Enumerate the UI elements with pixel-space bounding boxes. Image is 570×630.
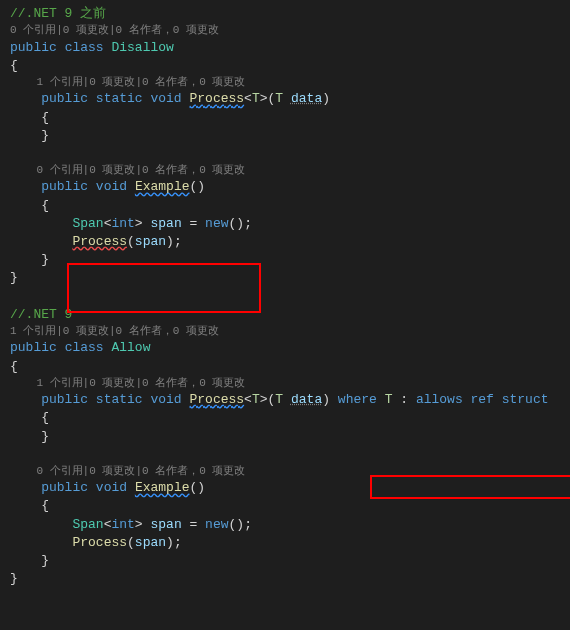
keyword-static: static [96,91,143,106]
class-name: Allow [111,340,150,355]
code-editor: //.NET 9 之前 0 个引用|0 项更改|0 名作者，0 项更改 publ… [10,5,560,588]
keyword-allows: allows [416,392,463,407]
codelens-line[interactable]: 0 个引用|0 项更改|0 名作者，0 项更改 [10,23,560,38]
codelens-line[interactable]: 1 个引用|0 项更改|0 名作者，0 项更改 [10,324,560,339]
codelens-line[interactable]: 0 个引用|0 项更改|0 名作者，0 项更改 [36,164,245,176]
comment-line: //.NET 9 [10,307,72,322]
keyword-struct: struct [502,392,549,407]
keyword-where: where [338,392,377,407]
type-span: Span [72,216,103,231]
codelens-line[interactable]: 0 个引用|0 项更改|0 名作者，0 项更改 [36,465,245,477]
comment-line: //.NET 9 之前 [10,6,106,21]
method-call: Process [72,234,127,249]
keyword-public: public [41,91,88,106]
codelens-line[interactable]: 1 个引用|0 项更改|0 名作者，0 项更改 [36,76,245,88]
var-name: span [150,216,181,231]
param-name: data [291,91,322,106]
keyword-void: void [150,91,181,106]
codelens-line[interactable]: 1 个引用|0 项更改|0 名作者，0 项更改 [36,377,245,389]
method-name: Example [135,179,190,194]
method-name: Example [135,480,190,495]
method-name: Process [190,392,245,407]
keyword-class: class [65,40,104,55]
method-name: Process [190,91,245,106]
method-call: Process [72,535,127,550]
type-param: T [252,91,260,106]
keyword-public: public [10,40,57,55]
class-name: Disallow [111,40,173,55]
keyword-ref: ref [471,392,494,407]
brace: { [10,58,18,73]
